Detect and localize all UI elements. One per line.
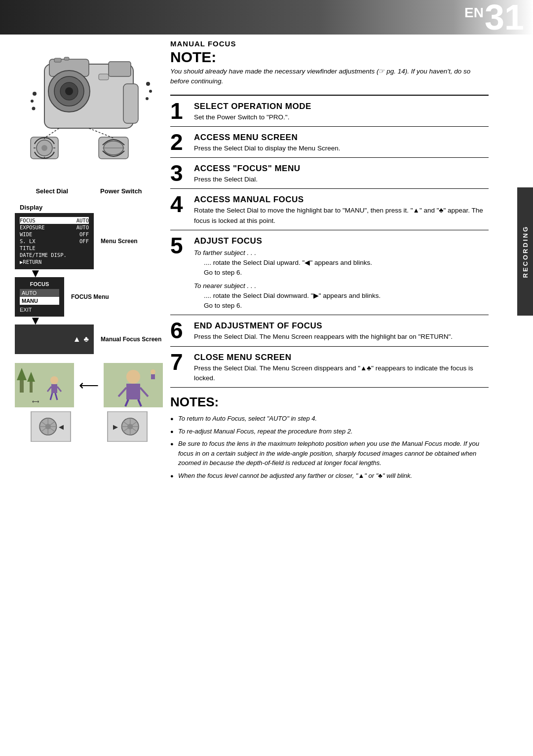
- step-7: 7 CLOSE MENU SCREEN Press the Select Dia…: [170, 347, 489, 388]
- step-4-number: 4: [170, 193, 189, 216]
- lr-arrow: ⟵: [79, 377, 99, 394]
- step-5-content: ADJUST FOCUS To farther subject . . . ..…: [194, 234, 489, 311]
- select-dial-label: Select Dial: [36, 187, 68, 195]
- manual-focus-symbol-triangle: ▲: [73, 335, 81, 344]
- step-3-number: 3: [170, 162, 189, 184]
- manual-focus-screen-label: Manual Focus Screen: [101, 336, 161, 343]
- menu-row-focus: FOCUS AUTO: [20, 217, 89, 224]
- step-5-farther-body: .... rotate the Select Dial upward. "◀" …: [204, 258, 489, 268]
- recording-label: RECORDING: [522, 225, 529, 278]
- small-frames-row: ◀ ▶: [15, 411, 163, 442]
- manual-focus-section-title: MANUAL FOCUS: [170, 39, 489, 48]
- step-4-content: ACCESS MANUAL FOCUS Rotate the Select Di…: [194, 193, 489, 226]
- bottom-illus-row1: ⟷ ⟵: [15, 363, 163, 407]
- notes-section: NOTES: To return to Auto Focus, select "…: [170, 395, 489, 480]
- small-frame-left: ◀: [31, 411, 71, 442]
- menu-row-slx: S. LX OFF: [20, 238, 89, 245]
- step-7-body: Press the Select Dial. The Menu Screen d…: [194, 363, 489, 384]
- step-6-body: Press the Select Dial. The Menu Screen r…: [194, 332, 489, 342]
- menu-screen-label: Menu Screen: [101, 238, 138, 245]
- step-2-body: Press the Select Dial to display the Men…: [194, 144, 489, 153]
- svg-point-24: [146, 82, 150, 86]
- page-en-label: EN: [464, 5, 484, 20]
- notes-list: To return to Auto Focus, select "AUTO" i…: [170, 414, 489, 480]
- step-1: 1 SELECT OPERATION MODE Set the Power Sw…: [170, 96, 489, 127]
- left-column: Select Dial Power Switch Display FOCUS A…: [15, 35, 163, 442]
- menu-row-wide: WIDE OFF: [20, 231, 89, 238]
- step-2-content: ACCESS MENU SCREEN Press the Select Dial…: [194, 131, 489, 153]
- step-1-number: 1: [170, 100, 189, 122]
- step-3-content: ACCESS "FOCUS" MENU Press the Select Dia…: [194, 162, 489, 184]
- step-7-heading: CLOSE MENU SCREEN: [194, 353, 489, 362]
- step-6: 6 END ADJUSTMENT OF FOCUS Press the Sele…: [170, 315, 489, 346]
- small-frame-right: ▶: [107, 411, 148, 442]
- focus-option-auto: AUTO: [20, 289, 59, 297]
- svg-rect-6: [109, 62, 131, 76]
- svg-text:▶: ▶: [113, 423, 117, 431]
- step-7-number: 7: [170, 351, 189, 373]
- menu-screen-box: FOCUS AUTO EXPOSURE AUTO WIDE OFF S. LX …: [15, 213, 94, 269]
- near-subject-illustration: [104, 363, 163, 407]
- svg-point-13: [41, 145, 47, 151]
- step-3-body: Press the Select Dial.: [194, 175, 489, 184]
- svg-rect-47: [151, 374, 155, 379]
- power-switch-label: Power Switch: [100, 187, 142, 195]
- step-3: 3 ACCESS "FOCUS" MENU Press the Select D…: [170, 158, 489, 189]
- focus-exit: EXIT: [20, 307, 59, 313]
- note-1: To return to Auto Focus, select "AUTO" i…: [170, 414, 489, 424]
- menu-row-exposure: EXPOSURE AUTO: [20, 224, 89, 231]
- manual-focus-symbol-person: ♣: [84, 335, 89, 344]
- svg-rect-33: [51, 384, 57, 393]
- focus-menu-box: FOCUS AUTO MANU EXIT: [15, 277, 64, 317]
- svg-point-46: [151, 369, 155, 374]
- step-1-heading: SELECT OPERATION MODE: [194, 102, 489, 111]
- recording-sidebar: RECORDING: [517, 187, 533, 316]
- note-title: NOTE:: [170, 50, 489, 65]
- note-body: You should already have made the necessa…: [170, 67, 489, 87]
- note-box: NOTE: You should already have made the n…: [170, 50, 489, 87]
- menu-row-return: ▶RETURN: [20, 258, 89, 265]
- svg-rect-8: [54, 58, 61, 62]
- step-2: 2 ACCESS MENU SCREEN Press the Select Di…: [170, 127, 489, 158]
- notes-title: NOTES:: [170, 395, 489, 410]
- bottom-illustrations-area: ⟷ ⟵: [15, 363, 163, 442]
- step-1-body: Set the Power Switch to "PRO.".: [194, 112, 489, 122]
- focus-menu-row: FOCUS AUTO MANU EXIT FOCUS Menu: [15, 277, 109, 317]
- svg-point-32: [50, 376, 58, 384]
- step-4-body: Rotate the Select Dial to move the highl…: [194, 206, 489, 226]
- svg-point-22: [31, 100, 34, 103]
- menu-row-title: TITLE: [20, 245, 89, 252]
- step-5-nearer-label: To nearer subject . . .: [194, 281, 489, 291]
- menu-row-datetime: DATE/TIME DISP.: [20, 252, 89, 258]
- svg-point-21: [33, 92, 37, 96]
- screen-container: FOCUS AUTO EXPOSURE AUTO WIDE OFF S. LX …: [15, 213, 163, 354]
- step-5-number: 5: [170, 234, 189, 257]
- step-6-heading: END ADJUSTMENT OF FOCUS: [194, 321, 489, 331]
- page-number: EN31: [464, 0, 524, 35]
- focus-menu-label: FOCUS Menu: [71, 293, 109, 300]
- display-label: Display: [20, 204, 163, 211]
- step-5-heading: ADJUST FOCUS: [194, 236, 489, 246]
- far-subject-illustration: ⟷: [15, 363, 74, 407]
- svg-text:◀: ◀: [59, 423, 64, 431]
- dial-labels-row: Select Dial Power Switch: [15, 187, 163, 195]
- step-1-content: SELECT OPERATION MODE Set the Power Swit…: [194, 100, 489, 122]
- focus-option-manu: MANU: [20, 297, 59, 305]
- step-5-farther-step: Go to step 6.: [204, 268, 489, 278]
- svg-point-25: [149, 90, 152, 93]
- step-5: 5 ADJUST FOCUS To farther subject . . . …: [170, 230, 489, 316]
- step-6-content: END ADJUSTMENT OF FOCUS Press the Select…: [194, 319, 489, 342]
- svg-point-5: [65, 87, 73, 95]
- camera-illustration: [15, 35, 153, 182]
- svg-rect-41: [126, 384, 140, 399]
- svg-rect-7: [123, 84, 138, 123]
- steps-container: 1 SELECT OPERATION MODE Set the Power Sw…: [170, 95, 489, 388]
- step-3-heading: ACCESS "FOCUS" MENU: [194, 164, 489, 174]
- manual-focus-box: ▲ ♣: [15, 324, 94, 354]
- manual-focus-screen-row: ▲ ♣ Manual Focus Screen: [15, 324, 161, 354]
- svg-point-40: [126, 370, 140, 384]
- step-7-content: CLOSE MENU SCREEN Press the Select Dial.…: [194, 351, 489, 384]
- step-5-nearer-body: .... rotate the Select Dial downward. "▶…: [204, 291, 489, 301]
- step-5-farther-label: To farther subject . . .: [194, 248, 489, 258]
- menu-screen-row: FOCUS AUTO EXPOSURE AUTO WIDE OFF S. LX …: [15, 213, 138, 269]
